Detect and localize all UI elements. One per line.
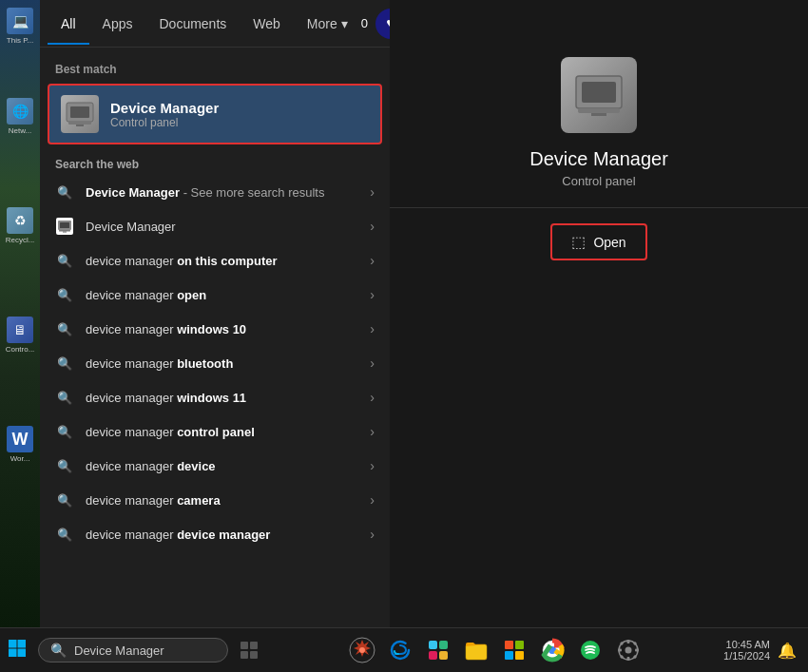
svg-rect-18 xyxy=(240,651,248,659)
svg-point-34 xyxy=(581,641,600,660)
search-icon-6: 🔍 xyxy=(55,388,74,407)
list-item-text-0: Device Manager - See more search results xyxy=(86,185,370,200)
best-match-item-device-manager[interactable]: Device Manager Control panel xyxy=(48,84,382,144)
taskbar-spotify-icon[interactable] xyxy=(573,633,607,667)
list-item-4[interactable]: 🔍 device manager windows 10 › xyxy=(40,312,390,346)
app-icon-1 xyxy=(55,217,74,236)
detail-subtitle: Control panel xyxy=(562,174,635,188)
svg-rect-37 xyxy=(626,640,629,643)
taskbar-icons-group xyxy=(266,633,723,667)
svg-rect-17 xyxy=(250,642,258,649)
desktop-icon-this-pc[interactable]: 💻 This P... xyxy=(0,0,40,52)
svg-rect-12 xyxy=(9,640,17,648)
svg-rect-3 xyxy=(76,125,84,126)
desktop-background: 💻 This P... 🌐 Netw... ♻ Recycl... 🖥 Cont… xyxy=(0,0,40,627)
detail-panel: Device Manager Control panel ⬚ Open xyxy=(390,0,808,627)
svg-rect-22 xyxy=(429,641,437,649)
search-icon-10: 🔍 xyxy=(55,525,74,544)
chevron-right-icon-9: › xyxy=(370,492,375,508)
desktop-icon-word[interactable]: W Wor... xyxy=(0,418,40,470)
svg-point-36 xyxy=(625,647,631,654)
list-item-text-7: device manager control panel xyxy=(86,425,370,439)
chevron-right-icon-7: › xyxy=(370,424,375,439)
list-item-6[interactable]: 🔍 device manager windows 11 › xyxy=(40,380,390,414)
list-item-5[interactable]: 🔍 device manager bluetooth › xyxy=(40,346,390,380)
list-item-1[interactable]: Device Manager › xyxy=(40,209,390,243)
list-item-text-3: device manager open xyxy=(86,288,370,302)
best-match-text-block: Device Manager Control panel xyxy=(110,100,219,129)
notification-button[interactable]: 🔔 xyxy=(778,642,797,660)
device-manager-icon xyxy=(61,95,99,133)
chevron-right-icon-4: › xyxy=(370,321,375,336)
taskbar-powertoys-icon[interactable] xyxy=(345,633,379,667)
open-external-icon: ⬚ xyxy=(571,233,586,251)
list-item-2[interactable]: 🔍 device manager on this computer › xyxy=(40,243,390,278)
desktop-icon-control[interactable]: 🖥 Contro... xyxy=(0,309,40,361)
desktop-icon-recycle[interactable]: ♻ Recycl... xyxy=(0,200,40,252)
chevron-right-icon-0: › xyxy=(370,184,375,200)
taskbar-settings-icon[interactable] xyxy=(611,633,645,667)
windows-start-button[interactable] xyxy=(8,639,27,662)
best-match-label: Best match xyxy=(40,55,390,80)
tab-apps[interactable]: Apps xyxy=(89,3,146,45)
search-results-area: Best match Device Manager Control panel … xyxy=(40,48,390,627)
list-item-text-4: device manager windows 10 xyxy=(86,322,370,336)
best-match-subtitle: Control panel xyxy=(110,116,219,129)
svg-rect-5 xyxy=(60,222,69,228)
svg-rect-15 xyxy=(18,648,27,657)
taskbar-search-text: Device Manager xyxy=(74,643,164,658)
detail-divider xyxy=(390,207,808,208)
list-item-text-10: device manager device manager xyxy=(86,528,370,542)
chevron-right-icon-6: › xyxy=(370,390,375,405)
taskbar-search-icon: 🔍 xyxy=(50,643,67,658)
search-icon-3: 🔍 xyxy=(55,285,74,304)
list-item-text-5: device manager bluetooth xyxy=(86,356,370,371)
taskbar-chrome-icon[interactable] xyxy=(535,633,569,667)
taskbar-explorer-icon[interactable] xyxy=(459,633,493,667)
tab-more[interactable]: More ▾ xyxy=(294,3,361,45)
tab-web[interactable]: Web xyxy=(240,3,294,45)
open-label: Open xyxy=(593,235,625,250)
svg-rect-38 xyxy=(626,657,629,661)
svg-rect-10 xyxy=(578,108,620,113)
desktop-icon-network[interactable]: 🌐 Netw... xyxy=(0,90,40,143)
svg-rect-11 xyxy=(591,113,606,116)
list-item-8[interactable]: 🔍 device manager device › xyxy=(40,449,390,483)
svg-rect-40 xyxy=(635,649,639,652)
chevron-right-icon-1: › xyxy=(370,219,375,234)
svg-rect-9 xyxy=(582,82,616,103)
list-item-9[interactable]: 🔍 device manager camera › xyxy=(40,483,390,517)
svg-rect-29 xyxy=(515,641,524,649)
taskbar-widgets-button[interactable] xyxy=(232,633,266,667)
taskbar-search-box[interactable]: 🔍 Device Manager xyxy=(38,638,228,662)
list-item-text-9: device manager camera xyxy=(86,493,370,508)
tab-all[interactable]: All xyxy=(48,3,89,45)
search-icon-5: 🔍 xyxy=(55,354,74,373)
svg-rect-7 xyxy=(63,232,67,233)
svg-rect-2 xyxy=(68,122,91,125)
svg-rect-25 xyxy=(439,651,448,660)
svg-point-21 xyxy=(359,647,365,653)
list-item-3[interactable]: 🔍 device manager open › xyxy=(40,278,390,312)
search-panel: All Apps Documents Web More ▾ 0 ♥ A ··· … xyxy=(40,0,390,627)
svg-rect-26 xyxy=(466,644,487,660)
list-item-text-8: device manager device xyxy=(86,459,370,473)
list-item-0[interactable]: 🔍 Device Manager - See more search resul… xyxy=(40,175,390,209)
search-icon-7: 🔍 xyxy=(55,422,74,441)
taskbar-time: 10:45 AM 1/15/2024 xyxy=(723,639,770,662)
search-icon-4: 🔍 xyxy=(55,319,74,338)
taskbar-edge-icon[interactable] xyxy=(383,633,417,667)
svg-rect-30 xyxy=(505,651,513,660)
list-item-10[interactable]: 🔍 device manager device manager › xyxy=(40,517,390,551)
svg-rect-23 xyxy=(439,641,448,649)
taskbar-store-icon[interactable] xyxy=(497,633,531,667)
open-button[interactable]: ⬚ Open xyxy=(550,223,646,260)
list-item-text-6: device manager windows 11 xyxy=(86,391,370,405)
svg-rect-39 xyxy=(618,649,622,652)
list-item-7[interactable]: 🔍 device manager control panel › xyxy=(40,414,390,449)
taskbar-slack-icon[interactable] xyxy=(421,633,455,667)
svg-rect-24 xyxy=(429,651,437,660)
tab-documents[interactable]: Documents xyxy=(145,3,240,45)
taskbar: 🔍 Device Manager xyxy=(0,627,808,672)
list-item-text-1: Device Manager xyxy=(86,220,370,234)
